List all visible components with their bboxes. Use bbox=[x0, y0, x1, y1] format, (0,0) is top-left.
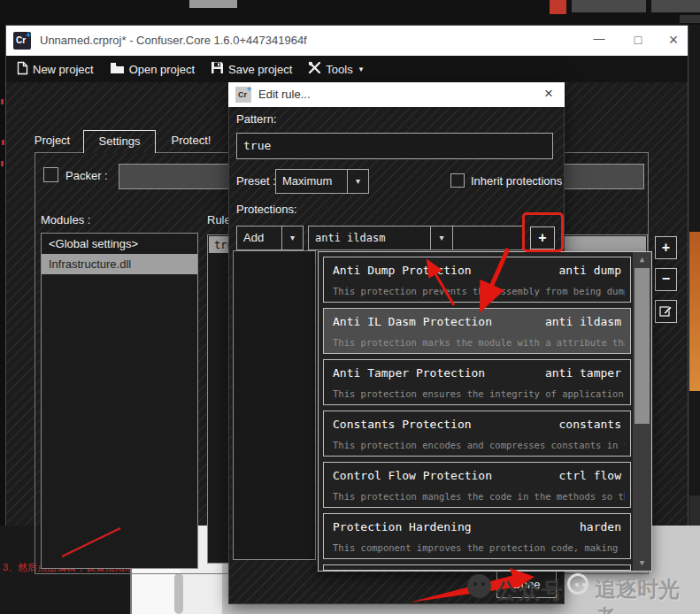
pattern-input[interactable]: true bbox=[236, 133, 553, 159]
new-project-button[interactable]: New project bbox=[17, 61, 94, 78]
modules-list[interactable]: <Global settings> Infrastructure.dll bbox=[41, 233, 198, 569]
scroll-up-icon[interactable]: ▲ bbox=[633, 252, 651, 266]
background-red-dot bbox=[1, 99, 4, 104]
close-button[interactable]: × bbox=[659, 26, 688, 56]
background-top-strip bbox=[0, 0, 700, 25]
protection-option-name: Anti IL Dasm Protection bbox=[333, 315, 492, 328]
popup-scrollbar[interactable]: ▲ ▼ bbox=[633, 252, 651, 571]
protection-option-name: Protection Hardening bbox=[333, 520, 472, 533]
protection-option-name: Anti Tamper Protection bbox=[333, 366, 485, 380]
dialog-title: Edit rule... bbox=[258, 88, 311, 101]
protection-option-name: Control Flow Protection bbox=[333, 469, 492, 482]
protections-dropdown-popup: Anti Dump Protection anti dump This prot… bbox=[318, 251, 652, 572]
modules-label: Modules : bbox=[41, 213, 90, 226]
protection-option-desc: This protection mangles the code in the … bbox=[333, 491, 625, 502]
protection-option-highlighted[interactable]: Anti IL Dasm Protection anti ildasm This… bbox=[323, 308, 631, 354]
tab-settings-label: Settings bbox=[84, 134, 155, 148]
protection-value[interactable]: anti ildasm bbox=[315, 226, 385, 249]
protection-option[interactable]: Control Flow Protection ctrl flow This p… bbox=[323, 462, 631, 508]
dialog-close-button[interactable]: × bbox=[533, 82, 565, 107]
action-combobox[interactable]: Add ▾ bbox=[236, 226, 304, 250]
protection-option-desc: This protection prevents the assembly fr… bbox=[333, 286, 625, 296]
protections-listbox[interactable] bbox=[233, 250, 316, 560]
module-list-item-selected[interactable]: Infrastructure.dll bbox=[42, 254, 197, 274]
preset-dropdown-arrow-icon[interactable]: ▾ bbox=[347, 170, 368, 193]
window-title: Unnamed.crproj* - Confuser.Core 1.6.0+44… bbox=[40, 34, 307, 47]
action-value: Add bbox=[243, 226, 264, 249]
toolbar: New project Open project Save project To… bbox=[6, 56, 688, 82]
pattern-label: Pattern: bbox=[236, 112, 277, 126]
protection-option-desc: This component improves the protection c… bbox=[333, 542, 625, 553]
inherit-protections-checkbox[interactable] bbox=[450, 173, 465, 188]
protection-option-id: ctrl flow bbox=[559, 469, 621, 482]
dialog-icon-plus: + bbox=[247, 85, 251, 94]
edit-pencil-icon bbox=[659, 305, 673, 320]
protection-option-partial[interactable] bbox=[323, 564, 631, 571]
protection-option[interactable]: Constants Protection constants This prot… bbox=[323, 411, 631, 457]
scroll-down-icon[interactable]: ▼ bbox=[633, 556, 651, 571]
background-red-dot bbox=[1, 161, 4, 166]
protections-label: Protections: bbox=[236, 203, 297, 216]
protection-combobox-group: anti ildasm ▾ bbox=[308, 226, 523, 250]
protection-option[interactable]: Anti Tamper Protection anti tamper This … bbox=[323, 359, 631, 405]
protection-option-name: Anti Dump Protection bbox=[333, 264, 472, 277]
protection-option-name: Constants Protection bbox=[333, 418, 472, 431]
rule-edit-button[interactable] bbox=[655, 300, 677, 323]
minimize-button[interactable]: — bbox=[581, 26, 617, 56]
protection-option-id: harden bbox=[580, 520, 621, 533]
protection-option-id: anti dump bbox=[559, 264, 621, 277]
watermark-icon-eye bbox=[575, 583, 579, 587]
protection-option[interactable]: Anti Dump Protection anti dump This prot… bbox=[323, 257, 631, 303]
tab-protect[interactable]: Protect! bbox=[162, 134, 220, 153]
save-project-button[interactable]: Save project bbox=[211, 61, 292, 77]
app-icon-plus: + bbox=[26, 30, 31, 40]
watermark-chat-icon-light bbox=[567, 573, 588, 595]
protection-option[interactable]: Protection Hardening harden This compone… bbox=[323, 513, 631, 559]
inherit-protections-label: Inherit protections bbox=[471, 174, 562, 188]
action-dropdown-arrow-icon[interactable]: ▾ bbox=[281, 226, 303, 249]
app-icon: Cr + bbox=[13, 32, 31, 50]
protection-option-id: constants bbox=[559, 418, 621, 431]
background-red-icon bbox=[550, 0, 566, 14]
protection-option-id: anti tamper bbox=[545, 366, 621, 380]
background-gray-block bbox=[689, 495, 700, 526]
done-button-label: Done bbox=[497, 572, 556, 597]
page-scrollbar-thumb[interactable] bbox=[174, 573, 183, 614]
popup-scrollbar-thumb[interactable] bbox=[635, 268, 650, 424]
watermark-name: 追逐时光者 bbox=[595, 575, 700, 614]
open-folder-icon bbox=[110, 62, 125, 77]
rule-remove-button[interactable]: − bbox=[655, 268, 677, 291]
dialog-icon-text: Cr bbox=[238, 90, 247, 99]
protection-option-desc: This protection marks the module with a … bbox=[333, 337, 625, 348]
screenshot-stage: 3、然后点击编辑，设置混淆规则 Cr + Unnamed.crproj* - C… bbox=[0, 0, 700, 614]
background-blob bbox=[189, 0, 237, 8]
tools-label: Tools bbox=[326, 63, 352, 76]
watermark-icon-eye bbox=[582, 583, 586, 587]
new-project-label: New project bbox=[33, 63, 94, 76]
preset-value: Maximum bbox=[282, 170, 332, 193]
preset-combobox[interactable]: Maximum ▾ bbox=[275, 169, 369, 194]
tab-settings[interactable]: Settings bbox=[83, 130, 156, 153]
preset-label: Preset : bbox=[236, 174, 276, 188]
packer-label: Packer : bbox=[65, 169, 108, 182]
dialog-titlebar[interactable]: Cr + Edit rule... × bbox=[228, 82, 565, 107]
protection-dropdown-arrow-icon[interactable]: ▾ bbox=[430, 226, 453, 249]
rule-add-button[interactable]: + bbox=[655, 236, 677, 259]
background-blob bbox=[572, 0, 646, 12]
maximize-button[interactable]: □ bbox=[620, 26, 656, 56]
done-button[interactable]: Done bbox=[496, 571, 557, 598]
window-titlebar[interactable]: Cr + Unnamed.crproj* - Confuser.Core 1.6… bbox=[6, 26, 688, 56]
annotation-highlight-box bbox=[522, 212, 564, 252]
background-red-dot bbox=[2, 140, 4, 145]
tab-project[interactable]: Project bbox=[26, 134, 79, 153]
module-list-item[interactable]: <Global settings> bbox=[42, 234, 197, 254]
background-blob bbox=[680, 15, 700, 23]
save-project-label: Save project bbox=[228, 63, 292, 76]
packer-checkbox[interactable] bbox=[43, 167, 58, 182]
background-right-strip bbox=[688, 25, 700, 526]
tools-menu-button[interactable]: Tools ▾ bbox=[308, 61, 363, 77]
tools-icon bbox=[308, 61, 321, 77]
protection-option-desc: This protection encodes and compresses c… bbox=[333, 440, 625, 450]
dialog-icon: Cr + bbox=[235, 87, 251, 103]
open-project-button[interactable]: Open project bbox=[110, 62, 195, 77]
